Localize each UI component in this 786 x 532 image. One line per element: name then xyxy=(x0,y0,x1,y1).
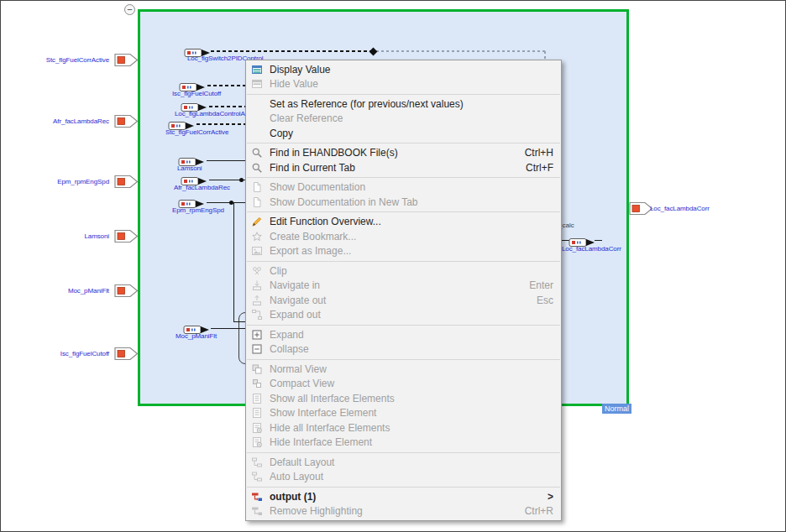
inner-block-label: Loc_facLambdaCorr xyxy=(562,245,621,253)
menu-shortcut: Esc xyxy=(537,295,553,306)
menu-item-label: Hide Value xyxy=(270,78,318,90)
app-window: − Normal _calc Stc_flgFuelCorrActiveAfr_… xyxy=(0,0,786,532)
left-port-icon[interactable] xyxy=(114,229,139,243)
menu-separator xyxy=(247,94,560,95)
menu-item-normal-view[interactable]: Normal View xyxy=(246,362,561,377)
left-port-label: Stc_flgFuelCorrActive xyxy=(8,56,109,64)
menu-item-label: Auto Layout xyxy=(270,471,323,482)
list-icon xyxy=(250,393,263,404)
right-port-label: Loc_facLambdaCorr xyxy=(650,205,710,212)
signal-line xyxy=(207,202,246,203)
menu-separator xyxy=(247,211,560,212)
left-port-icon[interactable] xyxy=(114,114,139,128)
menu-item-label: Hide Interface Element xyxy=(270,436,372,448)
menu-item-show-interface-element[interactable]: Show Interface Element xyxy=(246,406,561,421)
menu-item-label: Hide all Interface Elements xyxy=(270,422,390,434)
menu-item-create-bookmark[interactable]: Create Bookmark... xyxy=(246,229,561,244)
menu-item-collapse[interactable]: Collapse xyxy=(246,342,561,357)
menu-item-label: Navigate out xyxy=(270,295,326,306)
menu-item-copy[interactable]: Copy xyxy=(246,126,561,141)
inner-block-label: Epm_rpmEngSpd xyxy=(172,206,224,214)
search-icon xyxy=(250,147,263,159)
left-port-label: Lamsoni xyxy=(8,232,109,240)
minus-box-icon xyxy=(250,343,263,355)
menu-item-find-in-current-tab[interactable]: Find in Current TabCtrl+F xyxy=(246,160,561,175)
list-hide-icon xyxy=(250,436,263,448)
menu-item-label: Remove Highlighting xyxy=(270,505,363,517)
inner-block-label: Isc_flgFuelCutoff xyxy=(172,90,221,97)
menu-item-clip[interactable]: Clip xyxy=(246,263,561,279)
left-port-label: Epm_rpmEngSpd xyxy=(8,178,109,185)
blank-icon xyxy=(250,112,263,124)
inner-block-label: Stc_flgFuelCorrActive xyxy=(165,128,228,136)
inner-block-label: Lamsoni xyxy=(177,164,202,172)
left-port-icon[interactable] xyxy=(114,53,139,67)
signal-line xyxy=(211,328,246,329)
document-icon xyxy=(250,196,263,208)
menu-item-compact-view[interactable]: Compact View xyxy=(246,377,561,392)
menu-item-label: Set as Reference (for previous/next valu… xyxy=(270,98,464,110)
menu-item-hide-interface-element[interactable]: Hide Interface Element xyxy=(246,436,561,451)
menu-item-default-layout[interactable]: Default Layout xyxy=(246,455,561,470)
menu-separator xyxy=(247,143,560,143)
menu-item-display-value[interactable]: Display Value xyxy=(246,62,561,77)
normal-view-icon xyxy=(250,363,263,375)
list-hide-icon xyxy=(250,422,263,434)
menu-item-label: Default Layout xyxy=(270,456,334,468)
navigate-out-icon xyxy=(250,295,263,306)
left-port-icon[interactable] xyxy=(114,347,139,361)
menu-item-label: Show Interface Element xyxy=(270,407,376,419)
menu-item-show-documentation[interactable]: Show Documentation xyxy=(246,180,561,196)
signal-line xyxy=(211,50,373,52)
menu-item-navigate-out[interactable]: Navigate outEsc xyxy=(246,293,561,308)
signal-line xyxy=(207,160,246,161)
menu-item-remove-highlighting[interactable]: Remove HighlightingCtrl+R xyxy=(246,504,561,519)
menu-separator xyxy=(247,325,560,326)
menu-item-expand-out[interactable]: Expand out xyxy=(246,308,561,323)
collapse-button[interactable]: − xyxy=(124,4,135,15)
menu-item-export-as-image[interactable]: Export as Image... xyxy=(246,244,561,259)
menu-item-label: Expand xyxy=(270,329,304,341)
signal-line xyxy=(233,202,234,322)
blank-icon xyxy=(250,128,263,139)
context-menu: Display ValueHide ValueSet as Reference … xyxy=(245,60,562,521)
menu-item-clear-reference[interactable]: Clear Reference xyxy=(246,112,561,127)
menu-item-label: output (1) xyxy=(270,491,316,503)
menu-item-label: Compact View xyxy=(270,378,334,389)
left-port-label: Afr_facLambdaRec xyxy=(8,117,109,125)
pencil-icon xyxy=(250,216,263,227)
plus-box-icon xyxy=(250,329,263,341)
menu-item-navigate-in[interactable]: Navigate inEnter xyxy=(246,279,561,294)
menu-item-show-documentation-in-new-tab[interactable]: Show Documentation in New Tab xyxy=(246,195,561,210)
menu-item-label: Display Value xyxy=(270,64,330,76)
menu-separator xyxy=(247,359,560,360)
image-icon xyxy=(250,245,263,257)
menu-item-set-as-reference-for-previous-next-values[interactable]: Set as Reference (for previous/next valu… xyxy=(246,96,561,112)
menu-item-label: Collapse xyxy=(270,343,309,355)
menu-item-label: Expand out xyxy=(270,309,321,321)
menu-shortcut: Ctrl+H xyxy=(525,147,553,159)
menu-item-edit-function-overview[interactable]: Edit Function Overview... xyxy=(246,215,561,230)
menu-item-label: Find in Current Tab xyxy=(270,162,355,174)
menu-item-hide-value[interactable]: Hide Value xyxy=(246,77,561,92)
menu-item-find-in-ehandbook-file-s[interactable]: Find in EHANDBOOK File(s)Ctrl+H xyxy=(246,146,561,161)
inner-block-label: Afr_facLambdaRec xyxy=(174,184,230,191)
menu-item-label: Create Bookmark... xyxy=(270,231,356,243)
left-port-icon[interactable] xyxy=(114,175,139,189)
menu-item-label: Show Documentation xyxy=(270,181,365,193)
remove-highlight-icon xyxy=(250,505,263,517)
menu-item-hide-all-interface-elements[interactable]: Hide all Interface Elements xyxy=(246,420,561,436)
menu-item-auto-layout[interactable]: Auto Layout xyxy=(246,470,561,485)
signal-line xyxy=(376,50,545,52)
menu-separator xyxy=(247,177,560,178)
menu-item-show-all-interface-elements[interactable]: Show all Interface Elements xyxy=(246,391,561,406)
menu-item-label: Clip xyxy=(270,265,287,277)
document-icon xyxy=(250,181,263,193)
menu-item-label: Clear Reference xyxy=(270,112,343,124)
menu-shortcut: Enter xyxy=(529,279,553,291)
signal-line xyxy=(207,85,246,86)
left-port-icon[interactable] xyxy=(114,284,139,298)
menu-item-output-1[interactable]: output (1)> xyxy=(246,489,561,504)
menu-item-expand[interactable]: Expand xyxy=(246,327,561,342)
signal-line xyxy=(196,123,246,125)
